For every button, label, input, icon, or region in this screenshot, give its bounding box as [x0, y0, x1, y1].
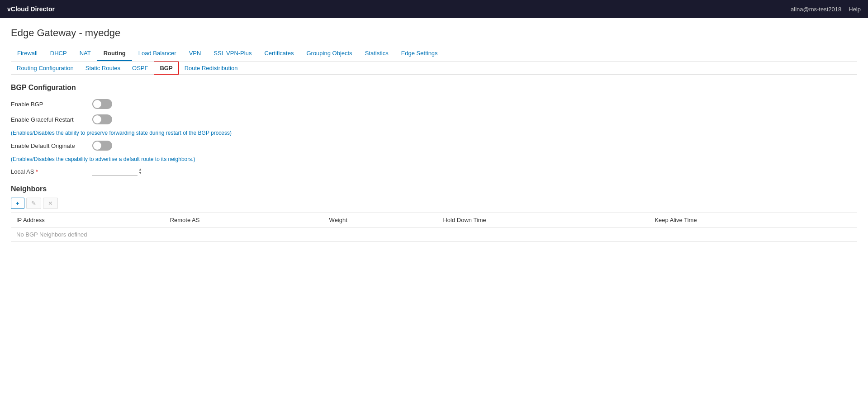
default-originate-hint: (Enables/Disables the capability to adve…	[11, 156, 857, 162]
neighbors-table-header: IP AddressRemote ASWeightHold Down TimeK…	[11, 213, 857, 227]
main-content: Edge Gateway - myedge FirewallDHCPNATRou…	[0, 18, 868, 393]
delete-neighbor-button[interactable]: ✕	[43, 198, 58, 209]
add-neighbor-button[interactable]: +	[11, 198, 24, 209]
neighbors-header-row: IP AddressRemote ASWeightHold Down TimeK…	[11, 213, 857, 227]
primary-tab-vpn[interactable]: VPN	[183, 46, 208, 61]
enable-bgp-slider	[92, 99, 112, 109]
secondary-tab-route-redistribution[interactable]: Route Redistribution	[179, 62, 244, 75]
spinner-down-icon[interactable]: ▼	[138, 171, 142, 175]
neighbors-title: Neighbors	[11, 185, 857, 193]
primary-tab-nat[interactable]: NAT	[73, 46, 97, 61]
page-title: Edge Gateway - myedge	[11, 27, 857, 39]
primary-tab-routing[interactable]: Routing	[97, 46, 132, 61]
bgp-config-section: BGP Configuration Enable BGP Enable Grac…	[11, 84, 857, 176]
topbar-right: alina@ms-test2018 Help	[791, 6, 861, 13]
topbar-help[interactable]: Help	[849, 6, 861, 13]
local-as-input[interactable]	[92, 167, 138, 176]
col-hold-down-time: Hold Down Time	[437, 213, 649, 227]
secondary-tab-ospf[interactable]: OSPF	[126, 62, 154, 75]
enable-bgp-row: Enable BGP	[11, 99, 857, 109]
col-ip-address: IP Address	[11, 213, 165, 227]
local-as-label: Local AS *	[11, 168, 92, 175]
enable-default-originate-row: Enable Default Originate	[11, 141, 857, 151]
neighbors-table: IP AddressRemote ASWeightHold Down TimeK…	[11, 213, 857, 242]
local-as-label-text: Local AS	[11, 168, 34, 175]
enable-default-originate-label: Enable Default Originate	[11, 142, 92, 149]
neighbors-body: No BGP Neighbors defined	[11, 227, 857, 242]
secondary-tab-routing-configuration[interactable]: Routing Configuration	[11, 62, 80, 75]
local-as-input-wrap: ▲ ▼	[92, 167, 142, 176]
col-keep-alive-time: Keep Alive Time	[649, 213, 857, 227]
no-data-row: No BGP Neighbors defined	[11, 227, 857, 242]
secondary-tab-bgp[interactable]: BGP	[154, 62, 178, 75]
secondary-tabs: Routing ConfigurationStatic RoutesOSPFBG…	[11, 62, 857, 75]
enable-default-originate-slider	[92, 141, 112, 151]
primary-tab-grouping-objects[interactable]: Grouping Objects	[300, 46, 358, 61]
graceful-restart-hint: (Enables/Disables the ability to preserv…	[11, 130, 857, 136]
primary-tab-load-balancer[interactable]: Load Balancer	[132, 46, 183, 61]
primary-tab-edge-settings[interactable]: Edge Settings	[395, 46, 444, 61]
enable-bgp-label: Enable BGP	[11, 101, 92, 108]
enable-graceful-restart-toggle[interactable]	[92, 114, 112, 124]
app-title: vCloud Director	[7, 5, 55, 13]
neighbors-section: Neighbors + ✎ ✕ IP AddressRemote ASWeigh…	[11, 185, 857, 242]
enable-bgp-toggle[interactable]	[92, 99, 112, 109]
primary-tab-firewall[interactable]: Firewall	[11, 46, 44, 61]
local-as-row: Local AS * ▲ ▼	[11, 167, 857, 176]
enable-graceful-restart-slider	[92, 114, 112, 124]
col-weight: Weight	[324, 213, 438, 227]
primary-tab-certificates[interactable]: Certificates	[258, 46, 300, 61]
edit-neighbor-button[interactable]: ✎	[26, 198, 41, 209]
primary-tab-statistics[interactable]: Statistics	[359, 46, 395, 61]
primary-tab-ssl-vpn-plus[interactable]: SSL VPN-Plus	[207, 46, 258, 61]
primary-tabs: FirewallDHCPNATRoutingLoad BalancerVPNSS…	[11, 46, 857, 62]
secondary-tab-static-routes[interactable]: Static Routes	[80, 62, 126, 75]
no-data-message: No BGP Neighbors defined	[11, 227, 857, 242]
primary-tab-dhcp[interactable]: DHCP	[44, 46, 73, 61]
bgp-config-title: BGP Configuration	[11, 84, 857, 92]
local-as-required: *	[36, 168, 38, 175]
neighbors-toolbar: + ✎ ✕	[11, 198, 857, 209]
topbar-user: alina@ms-test2018	[791, 6, 841, 13]
enable-graceful-restart-row: Enable Graceful Restart	[11, 114, 857, 124]
topbar: vCloud Director alina@ms-test2018 Help	[0, 0, 868, 18]
local-as-spinner[interactable]: ▲ ▼	[138, 168, 142, 175]
enable-graceful-restart-label: Enable Graceful Restart	[11, 116, 92, 123]
enable-default-originate-toggle[interactable]	[92, 141, 112, 151]
col-remote-as: Remote AS	[165, 213, 324, 227]
